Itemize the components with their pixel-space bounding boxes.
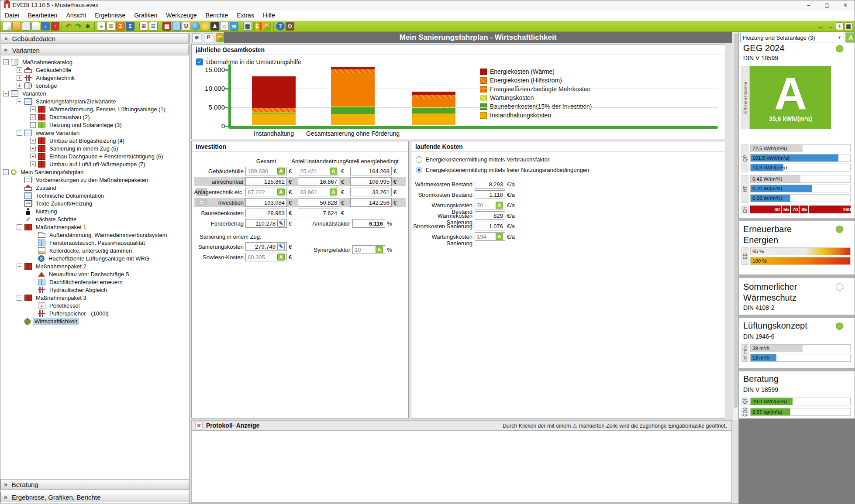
tree-expander-icon[interactable]: + bbox=[30, 106, 36, 112]
tree-item[interactable]: +sonstige bbox=[0, 82, 189, 89]
results-orange-icon[interactable]: Σ bbox=[116, 22, 125, 31]
tree-item[interactable]: ✓nächste Schritte bbox=[0, 215, 189, 223]
menu-bearbeiten[interactable]: Bearbeiten bbox=[24, 10, 62, 21]
invest-field[interactable]: 60.305A bbox=[245, 253, 287, 261]
tree-item[interactable]: Vorbemerkungen zu den Maßnahmepaketen bbox=[0, 176, 189, 184]
save-icon[interactable] bbox=[22, 22, 31, 31]
pdf-export-icon[interactable]: P bbox=[204, 33, 213, 42]
tree-item[interactable]: −Sanierungsfahrplan/Zielvariante bbox=[0, 97, 189, 105]
tree-item[interactable]: Wirtschaftlichkeit bbox=[0, 317, 189, 325]
tree-item[interactable]: −Maßnahmenkatalog bbox=[0, 58, 189, 66]
tree-item[interactable]: Kellerdecke, unterseitig dämmen bbox=[0, 247, 189, 254]
menu-datei[interactable]: Datei bbox=[0, 10, 24, 21]
auto-badge[interactable]: A bbox=[277, 254, 285, 261]
calculator-icon[interactable]: ▤ bbox=[243, 22, 252, 31]
tree-expander-icon[interactable]: − bbox=[3, 169, 9, 175]
globe-icon[interactable] bbox=[191, 22, 200, 31]
laufend-field[interactable]: 1.076 bbox=[475, 222, 505, 230]
invest-field[interactable]: 279.749✎ bbox=[245, 242, 287, 251]
tree-item[interactable]: +Wärmedämmung, Fenster, Lüftungsanlage (… bbox=[0, 105, 189, 113]
sidebar-section-gebaeudedaten[interactable]: » Gebäudedaten bbox=[1, 33, 189, 44]
tree-item[interactable]: +Heizung und Solaranlage (3) bbox=[0, 121, 189, 129]
back-arrow-icon[interactable]: ← bbox=[817, 22, 825, 31]
auto-badge[interactable]: A bbox=[277, 168, 285, 175]
structure-icon[interactable]: ⊞ bbox=[139, 22, 148, 31]
exit-icon[interactable]: ⏻ bbox=[286, 22, 294, 31]
invest-field[interactable]: 25.421A bbox=[298, 167, 339, 175]
import-icon[interactable]: ↓ bbox=[41, 22, 50, 31]
invest-field[interactable]: 10A bbox=[352, 245, 385, 254]
copy-icon[interactable] bbox=[31, 22, 40, 31]
menu-extras[interactable]: Extras bbox=[232, 10, 259, 21]
forward-arrow-icon[interactable]: → bbox=[826, 22, 835, 31]
tree-item[interactable]: Fensteraustausch, Passivhausqualität bbox=[0, 239, 189, 247]
tree-expander-icon[interactable]: − bbox=[17, 224, 22, 230]
scrollbar-thumb[interactable] bbox=[734, 33, 738, 408]
tree-item[interactable]: Pufferspeicher - (1000l) bbox=[0, 309, 189, 317]
menu-berichte[interactable]: Berichte bbox=[201, 10, 232, 21]
variant-dropdown[interactable]: Heizung und Solaranlage (3) ▼ bbox=[740, 33, 844, 42]
tree-item[interactable]: +Gebäudehülle bbox=[0, 66, 189, 74]
tree-item[interactable]: +Umbau auf Biogasheizung (4) bbox=[0, 137, 189, 144]
laufend-field[interactable]: 70A bbox=[475, 201, 505, 209]
person-icon[interactable]: ♟ bbox=[210, 22, 219, 31]
tree-item[interactable]: Neuaufbau von: Dachschräge S bbox=[0, 270, 189, 278]
invest-field[interactable]: 16.867 bbox=[298, 177, 339, 186]
u-value-icon[interactable]: U bbox=[182, 22, 190, 31]
edit-icon[interactable]: ✎ bbox=[277, 220, 285, 227]
tree-expander-icon[interactable]: + bbox=[17, 75, 22, 81]
invest-field[interactable]: 125.862 bbox=[245, 177, 287, 186]
auto-badge[interactable]: A bbox=[330, 189, 337, 195]
tree-item[interactable]: Nutzung bbox=[0, 207, 189, 215]
tree-item[interactable]: Technische Dokumentation bbox=[0, 192, 189, 199]
roadmap-icon[interactable]: ◠ bbox=[262, 22, 271, 31]
sidebar-section-beratung[interactable]: » Beratung bbox=[0, 479, 189, 490]
tree-expander-icon[interactable]: + bbox=[30, 154, 36, 159]
new-file-icon[interactable] bbox=[3, 22, 11, 31]
sidebar-section-ergebnisse[interactable]: » Ergebnisse, Grafiken, Berichte bbox=[0, 492, 189, 502]
menu-ergebnisse[interactable]: Ergebnisse bbox=[90, 10, 130, 21]
invest-field[interactable]: 110.278✎ bbox=[245, 219, 287, 228]
report-edit-icon[interactable]: ≣ bbox=[107, 22, 115, 31]
tree-item[interactable]: Dachflächenfenster erneuern bbox=[0, 278, 189, 286]
dock-panel-icon[interactable]: ▦ bbox=[845, 22, 852, 30]
tree-expander-icon[interactable]: − bbox=[17, 99, 22, 104]
invest-field[interactable]: 108.995 bbox=[350, 177, 392, 186]
export-icon[interactable]: ↑ bbox=[51, 22, 59, 31]
tree-item[interactable]: Texte Zukunft/Heizung bbox=[0, 199, 189, 207]
help-icon[interactable]: ? bbox=[276, 22, 285, 31]
tree-expander-icon[interactable]: − bbox=[17, 295, 22, 301]
radio-option[interactable]: Energiekostenermittlung mittels freier N… bbox=[416, 167, 589, 173]
auto-badge[interactable]: A bbox=[496, 202, 503, 209]
tree-item[interactable]: −Mein Sanierungsfahrplan bbox=[0, 168, 189, 176]
radio-icon[interactable] bbox=[416, 156, 422, 163]
maximize-button[interactable]: ▢ bbox=[818, 0, 836, 10]
tree-item[interactable]: +Anlagentechnik bbox=[0, 74, 189, 82]
invest-field[interactable]: 164.269 bbox=[350, 167, 392, 175]
tree-expander-icon[interactable]: + bbox=[30, 114, 36, 120]
sun-icon[interactable] bbox=[201, 22, 210, 31]
tree-item[interactable]: −Maßnahmenpaket 3 bbox=[0, 294, 189, 302]
window-icon[interactable] bbox=[172, 22, 181, 31]
hvac-icon[interactable]: ≋ bbox=[230, 22, 238, 31]
list-icon[interactable]: ☰ bbox=[149, 22, 158, 31]
tree-item[interactable]: −Maßnahmenpaket 1 bbox=[0, 223, 189, 231]
close-button[interactable]: ✕ bbox=[836, 0, 855, 10]
roadmap-icon[interactable]: ◠ bbox=[216, 33, 225, 42]
tree-item[interactable]: ▲Pelletkessel bbox=[0, 302, 189, 309]
variant-a-button[interactable]: A bbox=[846, 33, 855, 42]
laufend-field[interactable]: 194A bbox=[475, 232, 505, 241]
tree-item[interactable]: +Einbau Dachgaube + Fensterertüchtigung … bbox=[0, 152, 189, 160]
invest-field[interactable]: 28.963 bbox=[245, 209, 287, 217]
tree-expander-icon[interactable]: + bbox=[30, 138, 36, 144]
tree-expander-icon[interactable]: + bbox=[17, 83, 22, 89]
report-icon[interactable]: ≡ bbox=[97, 22, 106, 31]
auto-badge[interactable]: A bbox=[376, 246, 383, 253]
invest-field[interactable]: 7.624 bbox=[298, 209, 339, 217]
energy-pass-icon[interactable]: E bbox=[253, 22, 262, 31]
tree-item[interactable]: −weitere Varianten bbox=[0, 129, 189, 137]
menu-werkzeuge[interactable]: Werkzeuge bbox=[162, 10, 201, 21]
auto-badge[interactable]: A bbox=[496, 233, 503, 240]
tree-item[interactable]: −Maßnahmenpaket 2 bbox=[0, 262, 189, 270]
vertical-scrollbar[interactable] bbox=[733, 32, 738, 420]
